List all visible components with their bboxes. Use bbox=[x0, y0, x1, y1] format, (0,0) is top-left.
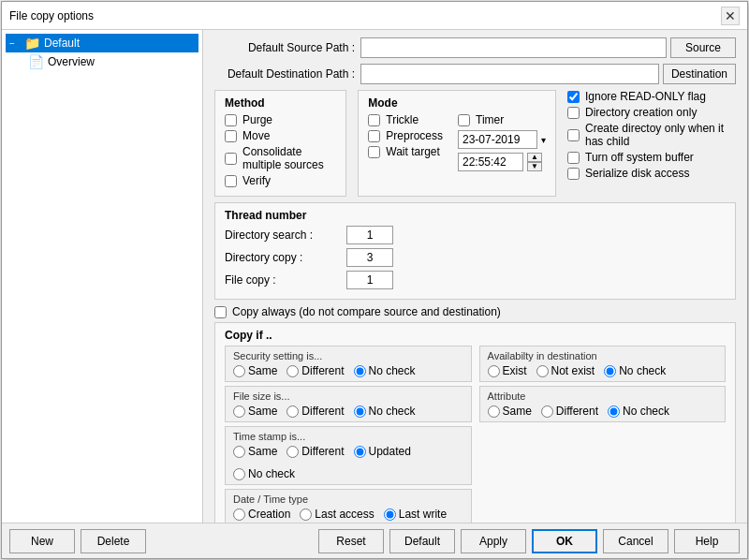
time-input[interactable] bbox=[458, 153, 523, 171]
datetime-lastaccess[interactable]: Last access bbox=[300, 508, 374, 521]
flag-readonly-checkbox[interactable] bbox=[567, 91, 580, 103]
datetime-creation-radio[interactable] bbox=[233, 508, 245, 521]
datetime-lastwrite[interactable]: Last write bbox=[384, 508, 447, 521]
filesize-nocheck-radio[interactable] bbox=[354, 405, 366, 418]
attr-different-radio[interactable] bbox=[541, 405, 553, 418]
new-button[interactable]: New bbox=[9, 529, 75, 553]
attribute-radio-group: Same Different No check bbox=[488, 405, 718, 418]
copy-if-title: Copy if .. bbox=[225, 329, 726, 342]
datetime-lastaccess-radio[interactable] bbox=[300, 508, 312, 521]
thread-title: Thread number bbox=[225, 209, 726, 222]
mode-wait-row: Wait target bbox=[368, 145, 443, 158]
timestamp-different[interactable]: Different bbox=[286, 445, 344, 458]
timer-checkbox[interactable] bbox=[458, 114, 470, 126]
mode-preprocess-row: Preprocess bbox=[368, 129, 443, 142]
datetime-radio-group: Creation Last access Last write bbox=[233, 508, 463, 521]
attr-nocheck[interactable]: No check bbox=[608, 405, 669, 418]
apply-button[interactable]: Apply bbox=[461, 529, 526, 553]
destination-path-input[interactable] bbox=[360, 64, 659, 84]
datetime-creation[interactable]: Creation bbox=[233, 508, 290, 521]
mode-preprocess-checkbox[interactable] bbox=[368, 130, 380, 142]
method-consolidate-checkbox[interactable] bbox=[225, 153, 237, 165]
avail-exist-radio[interactable] bbox=[488, 365, 500, 377]
availability-title: Availabilty in destination bbox=[488, 350, 718, 361]
time-down-arrow[interactable]: ▼ bbox=[527, 162, 542, 171]
overview-icon: 📄 bbox=[28, 54, 44, 69]
sidebar: − 📁 Default 📄 Overview bbox=[2, 30, 203, 523]
close-button[interactable]: ✕ bbox=[721, 7, 740, 25]
time-up-arrow[interactable]: ▲ bbox=[527, 153, 542, 162]
reset-button[interactable]: Reset bbox=[318, 529, 384, 553]
security-same[interactable]: Same bbox=[233, 364, 277, 377]
method-move-row: Move bbox=[225, 129, 336, 142]
copy-always-checkbox[interactable] bbox=[214, 306, 227, 318]
security-same-radio[interactable] bbox=[233, 365, 245, 377]
source-path-row: Default Source Path : Source bbox=[214, 37, 736, 58]
security-radio-group: Same Different No check bbox=[233, 364, 463, 377]
method-verify-checkbox[interactable] bbox=[225, 175, 237, 187]
timestamp-updated-radio[interactable] bbox=[354, 446, 366, 458]
ok-button[interactable]: OK bbox=[532, 529, 597, 553]
security-nocheck-radio[interactable] bbox=[354, 365, 366, 377]
flags-section: Ignore READ-ONLY flag Directory creation… bbox=[567, 90, 736, 202]
timestamp-same-radio[interactable] bbox=[233, 446, 245, 458]
delete-button[interactable]: Delete bbox=[81, 529, 146, 553]
default-button[interactable]: Default bbox=[389, 529, 455, 553]
sidebar-item-default[interactable]: − 📁 Default bbox=[6, 34, 198, 52]
method-verify-row: Verify bbox=[225, 174, 336, 187]
sidebar-item-overview[interactable]: 📄 Overview bbox=[6, 52, 198, 71]
timestamp-same[interactable]: Same bbox=[233, 445, 277, 458]
method-purge-checkbox[interactable] bbox=[225, 114, 237, 126]
filesize-different-radio[interactable] bbox=[286, 405, 299, 418]
attr-different[interactable]: Different bbox=[541, 405, 598, 418]
source-path-input[interactable] bbox=[360, 37, 667, 58]
dir-copy-row: Directory copy : bbox=[225, 248, 726, 267]
filesize-same-radio[interactable] bbox=[233, 405, 245, 418]
flag-dirchild-checkbox[interactable] bbox=[567, 129, 580, 141]
flag-serialize-checkbox[interactable] bbox=[567, 168, 580, 180]
security-different[interactable]: Different bbox=[286, 364, 344, 377]
timestamp-nocheck-radio[interactable] bbox=[233, 468, 245, 480]
method-move-checkbox[interactable] bbox=[225, 130, 237, 142]
mode-trickle-checkbox[interactable] bbox=[368, 114, 380, 126]
source-button[interactable]: Source bbox=[670, 37, 736, 58]
avail-notexist[interactable]: Not exist bbox=[536, 364, 595, 377]
flag-serialize-label: Serialize disk access bbox=[585, 167, 689, 180]
avail-exist[interactable]: Exist bbox=[488, 364, 527, 377]
destination-path-label: Default Destination Path : bbox=[214, 67, 355, 81]
flag-dirchild-label: Create directoy only when it has child bbox=[585, 122, 736, 148]
file-copy-input[interactable] bbox=[346, 271, 393, 289]
method-consolidate-row: Consolidate multiple sources bbox=[225, 145, 336, 171]
dir-search-input[interactable] bbox=[346, 226, 393, 244]
cancel-button[interactable]: Cancel bbox=[603, 529, 668, 553]
flag-readonly-label: Ignore READ-ONLY flag bbox=[585, 90, 706, 103]
timestamp-nocheck[interactable]: No check bbox=[233, 467, 295, 480]
time-spinner[interactable]: ▲ ▼ bbox=[527, 153, 542, 171]
timestamp-different-radio[interactable] bbox=[286, 446, 299, 458]
avail-nocheck[interactable]: No check bbox=[604, 364, 666, 377]
timestamp-updated[interactable]: Updated bbox=[354, 445, 411, 458]
filesize-same[interactable]: Same bbox=[233, 405, 277, 418]
copy-always-row: Copy always (do not compare source and d… bbox=[214, 305, 736, 318]
avail-nocheck-radio[interactable] bbox=[604, 365, 616, 377]
filesize-nocheck[interactable]: No check bbox=[354, 405, 416, 418]
security-nocheck[interactable]: No check bbox=[354, 364, 416, 377]
flag-dircreation-checkbox[interactable] bbox=[567, 107, 580, 119]
attr-same[interactable]: Same bbox=[488, 405, 532, 418]
filesize-different[interactable]: Different bbox=[286, 405, 344, 418]
datetime-lastwrite-radio[interactable] bbox=[384, 508, 396, 521]
avail-notexist-radio[interactable] bbox=[536, 365, 549, 377]
flag-sysbuffer-checkbox[interactable] bbox=[567, 152, 580, 164]
attr-nocheck-radio[interactable] bbox=[608, 405, 620, 418]
mode-wait-checkbox[interactable] bbox=[368, 146, 380, 158]
calendar-icon[interactable]: ▾ bbox=[541, 135, 546, 145]
file-copy-label: File copy : bbox=[225, 273, 346, 287]
help-button[interactable]: Help bbox=[674, 529, 740, 553]
attr-same-radio[interactable] bbox=[488, 405, 500, 418]
mode-preprocess-label: Preprocess bbox=[386, 129, 443, 142]
destination-button[interactable]: Destination bbox=[663, 64, 736, 84]
destination-path-row: Default Destination Path : Destination bbox=[214, 64, 736, 84]
date-input[interactable] bbox=[458, 130, 537, 149]
security-different-radio[interactable] bbox=[286, 365, 299, 377]
dir-copy-input[interactable] bbox=[346, 248, 393, 267]
